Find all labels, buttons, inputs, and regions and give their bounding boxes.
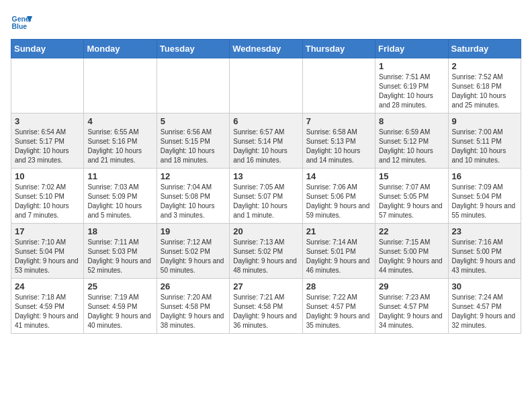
day-number: 13	[233, 171, 298, 181]
day-info: Sunrise: 6:56 AM Sunset: 5:15 PM Dayligh…	[161, 128, 226, 165]
calendar-cell: 7Sunrise: 6:58 AM Sunset: 5:13 PM Daylig…	[302, 113, 375, 169]
weekday-header-friday: Friday	[375, 40, 448, 58]
day-info: Sunrise: 6:54 AM Sunset: 5:17 PM Dayligh…	[15, 128, 80, 165]
day-info: Sunrise: 7:13 AM Sunset: 5:02 PM Dayligh…	[233, 238, 298, 275]
day-number: 26	[161, 281, 226, 291]
calendar-header: SundayMondayTuesdayWednesdayThursdayFrid…	[11, 40, 521, 58]
day-number: 4	[87, 116, 152, 126]
weekday-header-tuesday: Tuesday	[157, 40, 229, 58]
calendar-cell: 29Sunrise: 7:23 AM Sunset: 4:57 PM Dayli…	[375, 279, 448, 334]
calendar-cell: 12Sunrise: 7:04 AM Sunset: 5:08 PM Dayli…	[157, 169, 229, 224]
page-header: General Blue	[11, 11, 521, 32]
day-number: 14	[306, 171, 371, 181]
calendar-cell	[157, 58, 229, 113]
day-info: Sunrise: 7:52 AM Sunset: 6:18 PM Dayligh…	[452, 73, 517, 110]
day-info: Sunrise: 7:07 AM Sunset: 5:05 PM Dayligh…	[379, 183, 444, 220]
day-info: Sunrise: 7:22 AM Sunset: 4:57 PM Dayligh…	[306, 293, 371, 330]
calendar-cell: 1Sunrise: 7:51 AM Sunset: 6:19 PM Daylig…	[375, 58, 448, 113]
day-number: 29	[379, 281, 444, 291]
svg-text:Blue: Blue	[12, 23, 28, 30]
day-number: 8	[379, 116, 444, 126]
day-number: 1	[379, 61, 444, 71]
day-info: Sunrise: 7:15 AM Sunset: 5:00 PM Dayligh…	[379, 238, 444, 275]
day-number: 6	[233, 116, 298, 126]
day-number: 22	[379, 226, 444, 236]
calendar-cell: 14Sunrise: 7:06 AM Sunset: 5:06 PM Dayli…	[302, 169, 375, 224]
calendar-cell: 20Sunrise: 7:13 AM Sunset: 5:02 PM Dayli…	[230, 224, 302, 279]
day-info: Sunrise: 7:05 AM Sunset: 5:07 PM Dayligh…	[233, 183, 298, 220]
day-info: Sunrise: 7:16 AM Sunset: 5:00 PM Dayligh…	[452, 238, 517, 275]
calendar-cell: 10Sunrise: 7:02 AM Sunset: 5:10 PM Dayli…	[11, 169, 84, 224]
calendar-cell	[11, 58, 84, 113]
day-info: Sunrise: 7:06 AM Sunset: 5:06 PM Dayligh…	[306, 183, 371, 220]
calendar-cell: 22Sunrise: 7:15 AM Sunset: 5:00 PM Dayli…	[375, 224, 448, 279]
day-number: 17	[15, 226, 80, 236]
day-info: Sunrise: 7:09 AM Sunset: 5:04 PM Dayligh…	[452, 183, 517, 220]
day-info: Sunrise: 7:10 AM Sunset: 5:04 PM Dayligh…	[15, 238, 80, 275]
weekday-header-row: SundayMondayTuesdayWednesdayThursdayFrid…	[11, 40, 521, 58]
calendar-cell: 3Sunrise: 6:54 AM Sunset: 5:17 PM Daylig…	[11, 113, 84, 169]
calendar-cell: 21Sunrise: 7:14 AM Sunset: 5:01 PM Dayli…	[302, 224, 375, 279]
day-info: Sunrise: 7:11 AM Sunset: 5:03 PM Dayligh…	[87, 238, 152, 275]
calendar-week-row: 10Sunrise: 7:02 AM Sunset: 5:10 PM Dayli…	[11, 169, 521, 224]
day-info: Sunrise: 7:00 AM Sunset: 5:11 PM Dayligh…	[452, 128, 517, 165]
calendar-cell: 6Sunrise: 6:57 AM Sunset: 5:14 PM Daylig…	[230, 113, 302, 169]
calendar-week-row: 24Sunrise: 7:18 AM Sunset: 4:59 PM Dayli…	[11, 279, 521, 334]
day-number: 9	[452, 116, 517, 126]
day-info: Sunrise: 7:14 AM Sunset: 5:01 PM Dayligh…	[306, 238, 371, 275]
day-number: 7	[306, 116, 371, 126]
calendar-cell: 28Sunrise: 7:22 AM Sunset: 4:57 PM Dayli…	[302, 279, 375, 334]
day-number: 28	[306, 281, 371, 291]
day-info: Sunrise: 6:55 AM Sunset: 5:16 PM Dayligh…	[87, 128, 152, 165]
calendar-cell: 5Sunrise: 6:56 AM Sunset: 5:15 PM Daylig…	[157, 113, 229, 169]
calendar-body: 1Sunrise: 7:51 AM Sunset: 6:19 PM Daylig…	[11, 58, 521, 334]
day-info: Sunrise: 7:02 AM Sunset: 5:10 PM Dayligh…	[15, 183, 80, 220]
weekday-header-saturday: Saturday	[448, 40, 521, 58]
calendar-cell	[302, 58, 375, 113]
day-info: Sunrise: 6:58 AM Sunset: 5:13 PM Dayligh…	[306, 128, 371, 165]
day-number: 24	[15, 281, 80, 291]
day-info: Sunrise: 7:51 AM Sunset: 6:19 PM Dayligh…	[379, 73, 444, 110]
day-info: Sunrise: 7:20 AM Sunset: 4:58 PM Dayligh…	[161, 293, 226, 330]
day-number: 2	[452, 61, 517, 71]
calendar-week-row: 17Sunrise: 7:10 AM Sunset: 5:04 PM Dayli…	[11, 224, 521, 279]
calendar-cell: 11Sunrise: 7:03 AM Sunset: 5:09 PM Dayli…	[84, 169, 157, 224]
day-info: Sunrise: 7:03 AM Sunset: 5:09 PM Dayligh…	[87, 183, 152, 220]
calendar-cell: 4Sunrise: 6:55 AM Sunset: 5:16 PM Daylig…	[84, 113, 157, 169]
calendar-cell: 19Sunrise: 7:12 AM Sunset: 5:02 PM Dayli…	[157, 224, 229, 279]
calendar-week-row: 3Sunrise: 6:54 AM Sunset: 5:17 PM Daylig…	[11, 113, 521, 169]
weekday-header-wednesday: Wednesday	[230, 40, 302, 58]
calendar-cell: 17Sunrise: 7:10 AM Sunset: 5:04 PM Dayli…	[11, 224, 84, 279]
calendar-table: SundayMondayTuesdayWednesdayThursdayFrid…	[11, 39, 521, 334]
calendar-cell: 26Sunrise: 7:20 AM Sunset: 4:58 PM Dayli…	[157, 279, 229, 334]
logo: General Blue	[11, 11, 32, 32]
calendar-cell: 9Sunrise: 7:00 AM Sunset: 5:11 PM Daylig…	[448, 113, 521, 169]
day-number: 3	[15, 116, 80, 126]
day-info: Sunrise: 6:57 AM Sunset: 5:14 PM Dayligh…	[233, 128, 298, 165]
calendar-cell	[230, 58, 302, 113]
calendar-cell: 27Sunrise: 7:21 AM Sunset: 4:58 PM Dayli…	[230, 279, 302, 334]
calendar-cell: 30Sunrise: 7:24 AM Sunset: 4:57 PM Dayli…	[448, 279, 521, 334]
day-number: 27	[233, 281, 298, 291]
day-number: 10	[15, 171, 80, 181]
calendar-cell: 18Sunrise: 7:11 AM Sunset: 5:03 PM Dayli…	[84, 224, 157, 279]
day-number: 23	[452, 226, 517, 236]
calendar-cell: 23Sunrise: 7:16 AM Sunset: 5:00 PM Dayli…	[448, 224, 521, 279]
day-number: 15	[379, 171, 444, 181]
day-info: Sunrise: 7:18 AM Sunset: 4:59 PM Dayligh…	[15, 293, 80, 330]
calendar-cell: 24Sunrise: 7:18 AM Sunset: 4:59 PM Dayli…	[11, 279, 84, 334]
day-info: Sunrise: 6:59 AM Sunset: 5:12 PM Dayligh…	[379, 128, 444, 165]
calendar-cell: 8Sunrise: 6:59 AM Sunset: 5:12 PM Daylig…	[375, 113, 448, 169]
logo-icon: General Blue	[11, 11, 32, 32]
day-number: 21	[306, 226, 371, 236]
day-number: 20	[233, 226, 298, 236]
day-info: Sunrise: 7:21 AM Sunset: 4:58 PM Dayligh…	[233, 293, 298, 330]
day-info: Sunrise: 7:24 AM Sunset: 4:57 PM Dayligh…	[452, 293, 517, 330]
calendar-cell: 15Sunrise: 7:07 AM Sunset: 5:05 PM Dayli…	[375, 169, 448, 224]
day-number: 12	[161, 171, 226, 181]
weekday-header-monday: Monday	[84, 40, 157, 58]
day-number: 30	[452, 281, 517, 291]
day-info: Sunrise: 7:23 AM Sunset: 4:57 PM Dayligh…	[379, 293, 444, 330]
day-number: 16	[452, 171, 517, 181]
calendar-cell: 25Sunrise: 7:19 AM Sunset: 4:59 PM Dayli…	[84, 279, 157, 334]
